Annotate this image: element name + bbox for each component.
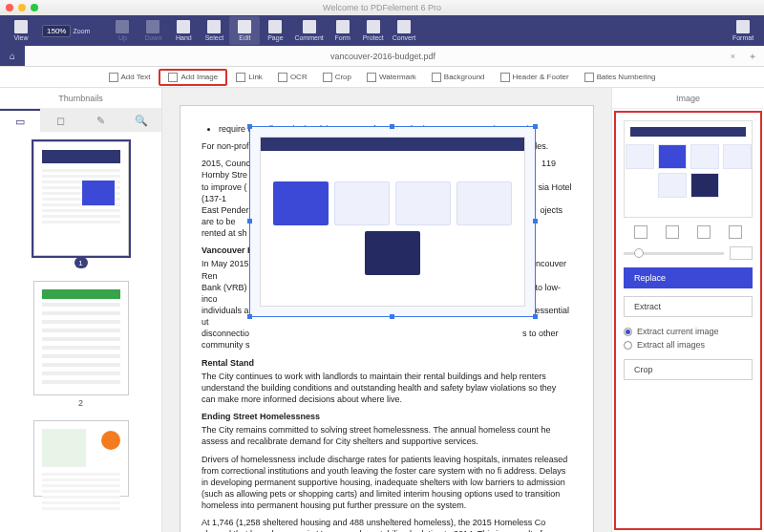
bates-icon (584, 73, 594, 82)
extract-button[interactable]: Extract (624, 296, 753, 317)
extract-current-radio[interactable]: Extract current image (624, 327, 753, 336)
window-title: Welcome to PDFelement 6 Pro (323, 3, 441, 12)
edit-button[interactable]: Edit (229, 16, 260, 45)
document-viewport[interactable]: require that all repairs involving tenan… (162, 88, 611, 532)
comment-button[interactable]: Comment (290, 16, 327, 45)
rotate-left-icon[interactable] (634, 225, 647, 239)
slider-knob[interactable] (634, 248, 644, 258)
home-tab[interactable]: ⌂ (0, 46, 25, 66)
opacity-slider-row (624, 246, 753, 260)
main-toolbar: View 150% Zoom Up Down Hand Select Edit … (0, 15, 764, 46)
thumbnail-list: 1 2 (0, 132, 161, 532)
add-text-button[interactable]: Add Text (102, 69, 158, 86)
new-tab-button[interactable]: ＋ (741, 46, 764, 66)
search-tab[interactable]: 🔍 (121, 109, 161, 132)
zoom-control[interactable]: 150% Zoom (42, 25, 90, 37)
background-icon (432, 73, 441, 82)
resize-handle[interactable] (533, 314, 538, 319)
format-icon (736, 20, 750, 33)
resize-handle[interactable] (247, 124, 252, 129)
ocr-button[interactable]: OCR (271, 69, 314, 86)
watermark-icon (367, 73, 376, 82)
link-button[interactable]: Link (229, 69, 269, 86)
convert-icon (397, 20, 411, 33)
flip-h-icon[interactable] (697, 225, 711, 239)
background-button[interactable]: Background (425, 69, 492, 86)
opacity-slider[interactable] (624, 252, 724, 255)
thumbnails-title: Thumbnails (0, 88, 161, 109)
radio-icon (624, 341, 632, 350)
note-icon: ✎ (96, 115, 105, 127)
thumbnail-page-3[interactable] (33, 420, 129, 497)
image-panel: Image Replace Extract E (611, 88, 764, 532)
comment-icon (303, 20, 316, 33)
minimize-icon[interactable] (18, 4, 26, 11)
down-button[interactable]: Down (138, 16, 168, 45)
thumbnails-panel: Thumbnails ▭ ◻ ✎ 🔍 1 2 (0, 88, 162, 532)
search-icon: 🔍 (135, 115, 148, 127)
watermark-button[interactable]: Watermark (360, 69, 423, 86)
format-button[interactable]: Format (728, 16, 758, 45)
annotations-tab[interactable]: ✎ (81, 109, 121, 132)
opacity-value[interactable] (730, 246, 753, 260)
up-button[interactable]: Up (107, 16, 138, 45)
header-footer-icon (500, 73, 510, 82)
thumbnail-page-2[interactable]: 2 (33, 281, 129, 395)
protect-button[interactable]: Protect (358, 16, 389, 45)
extract-options: Extract current image Extract all images (624, 325, 753, 351)
crop-icon (323, 73, 332, 82)
shield-icon (367, 20, 380, 33)
resize-handle[interactable] (390, 314, 394, 319)
maximize-icon[interactable] (31, 4, 38, 11)
replace-button[interactable]: Replace (624, 267, 753, 288)
add-image-button[interactable]: Add Image (159, 69, 227, 86)
convert-button[interactable]: Convert (389, 16, 420, 45)
image-preview (624, 120, 753, 218)
left-panel-tabs: ▭ ◻ ✎ 🔍 (0, 109, 161, 132)
crop-image-button[interactable]: Crop (624, 359, 753, 380)
select-button[interactable]: Select (199, 16, 229, 45)
crop-button[interactable]: Crop (316, 69, 358, 86)
page-button[interactable]: Page (260, 16, 290, 45)
view-icon (14, 20, 28, 33)
radio-icon (624, 328, 632, 336)
close-icon[interactable] (6, 4, 13, 11)
selected-image[interactable] (249, 126, 536, 317)
image-preview-content (260, 137, 525, 307)
image-icon (168, 73, 178, 82)
text-icon (109, 73, 118, 82)
extract-all-radio[interactable]: Extract all images (624, 340, 753, 350)
edit-toolbar: Add Text Add Image Link OCR Crop Waterma… (0, 67, 764, 88)
pages-icon: ▭ (15, 116, 25, 128)
resize-handle[interactable] (247, 219, 252, 223)
image-panel-body: Replace Extract Extract current image Ex… (616, 113, 760, 528)
thumbnails-tab[interactable]: ▭ (0, 109, 40, 132)
window-controls (6, 4, 38, 11)
hand-button[interactable]: Hand (168, 16, 199, 45)
titlebar: Welcome to PDFelement 6 Pro (0, 0, 764, 15)
arrow-down-icon (146, 20, 159, 33)
rotate-right-icon[interactable] (666, 225, 679, 239)
bookmark-icon: ◻ (56, 115, 65, 127)
home-icon: ⌂ (10, 51, 15, 61)
thumbnail-page-1[interactable]: 1 (33, 141, 129, 256)
hand-icon (177, 20, 190, 33)
form-button[interactable]: Form (328, 16, 358, 45)
resize-handle[interactable] (390, 124, 394, 129)
cursor-icon (207, 20, 221, 33)
bookmarks-tab[interactable]: ◻ (40, 109, 80, 132)
flip-v-icon[interactable] (729, 225, 742, 239)
header-footer-button[interactable]: Header & Footer (494, 69, 576, 86)
resize-handle[interactable] (533, 124, 538, 129)
resize-handle[interactable] (247, 314, 252, 319)
resize-handle[interactable] (533, 219, 538, 223)
tab-bar: ⌂ vancouver-2016-budget.pdf × ＋ (0, 46, 764, 67)
image-panel-title: Image (612, 88, 764, 109)
view-button[interactable]: View (6, 16, 36, 45)
zoom-value[interactable]: 150% (42, 25, 71, 37)
form-icon (336, 20, 350, 33)
close-tab-icon[interactable]: × (731, 52, 735, 61)
document-tab[interactable]: vancouver-2016-budget.pdf × (25, 46, 741, 66)
bates-button[interactable]: Bates Numbering (578, 69, 663, 86)
main-area: Thumbnails ▭ ◻ ✎ 🔍 1 2 require that (0, 88, 764, 532)
